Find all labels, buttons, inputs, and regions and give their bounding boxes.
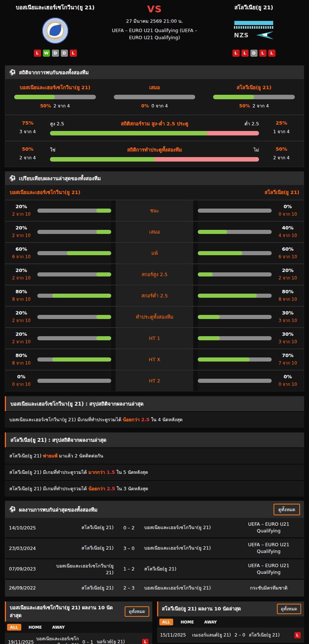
h2h-result-row[interactable]: 14/10/2025สโลวีเนีย(ยู 21)0 – 2บอสเนียแล… bbox=[5, 518, 304, 538]
comparison-away-pct: 0% bbox=[284, 204, 292, 209]
comparison-away-pct: 30% bbox=[282, 331, 293, 337]
comparison-home-stat: 20%2 จาก 10 bbox=[5, 328, 37, 348]
comparison-away-bar bbox=[198, 264, 272, 285]
football-icon: ⚽ bbox=[9, 176, 16, 181]
h2h-away-win-caption: 50%2 จาก 4 bbox=[213, 102, 295, 109]
comparison-away-bar bbox=[198, 349, 272, 370]
btts-middle: ใช่ สถิติการทำประตูทั้งสองทีม ไม่ bbox=[45, 146, 264, 162]
match-date: 15/11/2025 bbox=[159, 632, 187, 638]
comparison-metric-label: HT X bbox=[116, 349, 193, 370]
btts-title: สถิติการทำประตูทั้งสองทีม bbox=[102, 146, 207, 154]
away-last10-tab-all[interactable]: ALL bbox=[159, 619, 174, 625]
match-score: 0 – 1 bbox=[80, 640, 96, 644]
comparison-away-count: 8 จาก 10 bbox=[278, 296, 297, 303]
ou-left-stat: 75% 3 จาก 4 bbox=[10, 120, 45, 135]
away-form-badge-l: L bbox=[232, 50, 240, 57]
home-form-badge-w: W bbox=[43, 50, 50, 57]
comparison-row: 20%2 จาก 10สกอร์สูง 2.520%2 จาก 10 bbox=[5, 264, 304, 285]
summary-text-segment: มากกว่า bbox=[88, 469, 105, 475]
summary-text-segment: มาแล้ว 2 นัดติดต่อกัน bbox=[57, 453, 103, 459]
match-league: UEFA – EURO U21 Qualifying bbox=[237, 562, 300, 576]
comparison-home-count: 8 จาก 10 bbox=[12, 360, 30, 366]
home-team-logo bbox=[41, 16, 69, 45]
away-team: นอร์เวย์(ยู 21) bbox=[97, 639, 139, 644]
comparison-row: 20%2 จาก 10เสมอ40%4 จาก 10 bbox=[5, 222, 304, 243]
comparison-home-count: 2 จาก 10 bbox=[12, 211, 30, 218]
match-date: 23/03/2024 bbox=[9, 545, 51, 551]
away-last10-tab-away[interactable]: AWAY bbox=[201, 619, 220, 625]
summary-text-segment: พ่ายแพ้ bbox=[43, 453, 57, 459]
home-summary-title: บอสเนียและเฮอร์เซโกวีนา(ยู 21) : สรุปสถิ… bbox=[5, 396, 304, 411]
match-date: 19/11/2025 bbox=[7, 640, 35, 644]
h2h-results-view-all-button[interactable]: ดูทั้งหมด bbox=[274, 504, 300, 515]
summary-text-segment: สโลวีเนีย(ยู 21) มีเกมที่ทำประตูรวมได้ bbox=[9, 486, 88, 491]
h2h-result-row[interactable]: 26/09/2022สโลวีเนีย(ยู 21)2 – 3บอสเนียแล… bbox=[5, 580, 304, 596]
away-last10-tab-home[interactable]: HOME bbox=[178, 619, 197, 625]
ou-bar bbox=[50, 131, 259, 135]
home-last10-view-all-button[interactable]: ดูทั้งหมด bbox=[125, 606, 149, 617]
comparison-home-count: 2 จาก 10 bbox=[12, 317, 30, 324]
comparison-away-pct: 30% bbox=[282, 310, 293, 316]
summary-text-segment: 1.5 bbox=[105, 469, 115, 475]
away-form-badges: LLDLL bbox=[232, 50, 275, 57]
comparison-header: ⚽ เปรียบเทียบผลงานล่าสุดของทั้งสองทีม bbox=[5, 172, 304, 185]
h2h-result-row[interactable]: 07/09/2023บอสเนียและเฮอร์เซโกวีนา(ยู 21)… bbox=[5, 559, 304, 580]
summary-text-segment: สโลวีเนีย(ยู 21) bbox=[9, 453, 43, 459]
h2h-over-under-row: 75% 3 จาก 4 สูง 2.5 สถิติสกอร์รวม สูง-ต่… bbox=[5, 115, 304, 141]
comparison-home-stat: 20%2 จาก 10 bbox=[5, 264, 37, 285]
h2h-home-win-cell: บอสเนียและเฮอร์เซโกวีนา(ยู 21) 50%2 จาก … bbox=[14, 84, 96, 109]
home-form-badge-d: D bbox=[52, 50, 59, 57]
away-team: บอสเนียและเฮอร์เซโกวีนา(ยู 21) bbox=[140, 584, 237, 592]
comparison-home-pct: 20% bbox=[15, 331, 27, 337]
summary-text-segment: น้อยกว่า bbox=[123, 417, 140, 422]
home-team: บอสเนียและเฮอร์เซโกวีนา(ยู 21) bbox=[51, 562, 117, 575]
comparison-away-count: 4 จาก 10 bbox=[278, 232, 297, 239]
summary-text-segment: ใน 5 นัดหลังสุด bbox=[115, 469, 148, 475]
ou-left-count: 3 จาก 4 bbox=[19, 129, 36, 134]
last10-match-row[interactable]: 19/11/2025บอสเนียและเฮอร์เซโกวีนา(ยู 21)… bbox=[5, 633, 152, 644]
comparison-home-bar bbox=[37, 200, 111, 221]
football-icon: ⚽ bbox=[9, 70, 16, 75]
away-summary-lines: สโลวีเนีย(ยู 21) พ่ายแพ้ มาแล้ว 2 นัดติด… bbox=[5, 448, 304, 497]
home-team: บอสเนียและเฮอร์เซโกวีนา(ยู 21) bbox=[36, 636, 79, 644]
home-last10-tab-away[interactable]: AWAY bbox=[49, 624, 68, 631]
away-last10-tabs: ALLHOMEAWAY bbox=[157, 616, 305, 628]
comparison-away-team: สโลวีเนีย(ยู 21) bbox=[265, 188, 299, 196]
comparison-home-bar bbox=[37, 264, 111, 285]
match-score: 2 – 0 bbox=[232, 632, 248, 638]
summary-text-segment: 2.5 bbox=[105, 486, 115, 491]
home-form-badge-d: D bbox=[61, 50, 68, 57]
comparison-home-pct: 20% bbox=[15, 310, 27, 316]
h2h-draw-label: เสมอ bbox=[114, 84, 196, 91]
h2h-home-win-bar bbox=[14, 95, 96, 99]
comparison-home-stat: 20%2 จาก 10 bbox=[5, 307, 37, 327]
home-last10-tab-home[interactable]: HOME bbox=[26, 624, 45, 631]
away-last10-view-all-button[interactable]: ดูทั้งหมด bbox=[277, 604, 301, 614]
home-summary: บอสเนียและเฮอร์เซโกวีนา(ยู 21) : สรุปสถิ… bbox=[5, 396, 304, 428]
comparison-away-count: 0 จาก 10 bbox=[278, 381, 297, 388]
comparison-away-count: 3 จาก 10 bbox=[278, 317, 297, 324]
btts-right-pct: 50% bbox=[264, 146, 299, 152]
home-team: สโลวีเนีย(ยู 21) bbox=[51, 584, 117, 592]
match-info: VS 27 มีนาคม 2569 21:00 น. UEFA – EURO U… bbox=[106, 3, 203, 57]
comparison-home-bar bbox=[37, 349, 111, 370]
comparison-row: 80%8 จาก 10สกอร์ต่ำ 2.580%8 จาก 10 bbox=[5, 285, 304, 307]
h2h-btts-row: 50% 2 จาก 4 ใช่ สถิติการทำประตูทั้งสองที… bbox=[5, 141, 304, 167]
h2h-result-row[interactable]: 23/03/2024สโลวีเนีย(ยู 21)3 – 0บอสเนียแล… bbox=[5, 538, 304, 559]
h2h-away-win-bar bbox=[213, 95, 295, 99]
comparison-away-stat: 60%6 จาก 10 bbox=[272, 243, 304, 263]
home-last10-tab-all[interactable]: ALL bbox=[7, 624, 21, 631]
away-last10-header: สโลวีเนีย(ยู 21) ผลงาน 10 นัดล่าสุด ดูทั… bbox=[157, 601, 305, 616]
match-score: 2 – 3 bbox=[117, 585, 140, 591]
summary-text-segment: ใน 4 นัดหลังสุด bbox=[149, 417, 182, 422]
summary-line: บอสเนียและเฮอร์เซโกวีนา(ยู 21) มีเกมที่ท… bbox=[5, 412, 304, 428]
home-team: สโลวีเนีย(ยู 21) bbox=[51, 544, 117, 552]
comparison-away-pct: 40% bbox=[282, 225, 293, 231]
bosnia-herzegovina-crest-icon bbox=[41, 17, 69, 44]
comparison-home-bar bbox=[37, 285, 111, 306]
away-team: บอสเนียและเฮอร์เซโกวีนา(ยู 21) bbox=[140, 544, 237, 552]
comparison-away-bar bbox=[198, 328, 272, 348]
comparison-home-pct: 20% bbox=[15, 268, 27, 273]
h2h-draw-bar bbox=[114, 95, 196, 99]
last10-match-row[interactable]: 15/11/2025เนเธอร์แลนด์(ยู 21)2 – 0สโลวีเ… bbox=[157, 628, 305, 644]
